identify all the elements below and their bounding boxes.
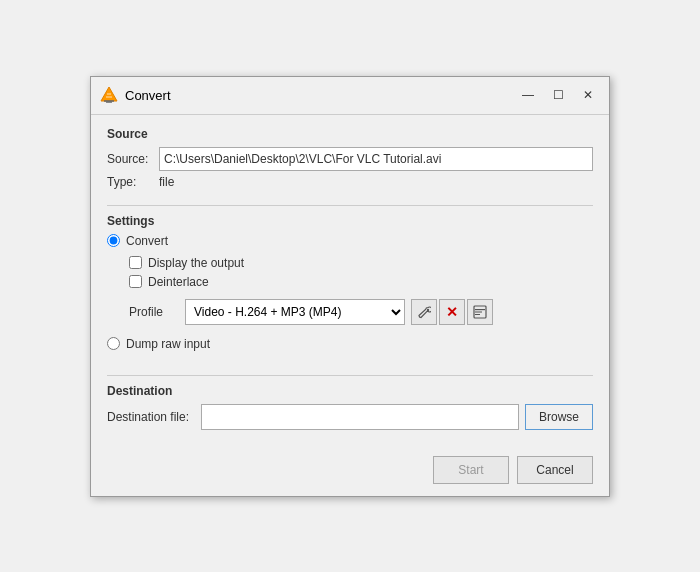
cancel-button[interactable]: Cancel <box>517 456 593 484</box>
dest-file-label: Destination file: <box>107 410 195 424</box>
title-bar: Convert — ☐ ✕ <box>91 77 609 115</box>
display-output-row: Display the output <box>129 256 593 270</box>
deinterlace-row: Deinterlace <box>129 275 593 289</box>
svg-rect-8 <box>475 311 482 312</box>
destination-row: Destination file: Browse <box>107 404 593 430</box>
settings-section-label: Settings <box>107 214 593 228</box>
destination-file-input[interactable] <box>201 404 519 430</box>
divider-1 <box>107 205 593 206</box>
svg-point-5 <box>427 308 429 310</box>
display-output-label[interactable]: Display the output <box>148 256 244 270</box>
delete-x-icon: ✕ <box>446 304 458 320</box>
source-row: Source: <box>107 147 593 171</box>
minimize-button[interactable]: — <box>515 84 541 106</box>
source-input[interactable] <box>159 147 593 171</box>
dump-radio-label[interactable]: Dump raw input <box>126 337 210 351</box>
profile-select[interactable]: Video - H.264 + MP3 (MP4) Video - H.265 … <box>185 299 405 325</box>
profile-row: Profile Video - H.264 + MP3 (MP4) Video … <box>129 299 593 325</box>
dump-radio[interactable] <box>107 337 120 350</box>
type-label: Type: <box>107 175 159 189</box>
convert-radio-row: Convert <box>107 234 593 248</box>
wrench-icon <box>417 305 431 319</box>
profile-label: Profile <box>129 305 179 319</box>
window-title: Convert <box>125 88 171 103</box>
source-label: Source: <box>107 152 159 166</box>
dump-radio-row: Dump raw input <box>107 337 593 351</box>
vlc-cone-icon <box>99 85 119 105</box>
footer-buttons: Start Cancel <box>91 456 609 496</box>
title-bar-left: Convert <box>99 85 171 105</box>
checkboxes-area: Display the output Deinterlace <box>129 256 593 289</box>
source-section-label: Source <box>107 127 593 141</box>
profile-settings-button[interactable] <box>411 299 437 325</box>
destination-section-label: Destination <box>107 384 593 398</box>
svg-rect-9 <box>475 314 480 315</box>
close-button[interactable]: ✕ <box>575 84 601 106</box>
display-output-checkbox[interactable] <box>129 256 142 269</box>
start-button[interactable]: Start <box>433 456 509 484</box>
convert-dialog: Convert — ☐ ✕ Source Source: Type: file … <box>90 76 610 497</box>
svg-rect-7 <box>475 309 485 310</box>
destination-section: Destination Destination file: Browse <box>107 384 593 430</box>
divider-2 <box>107 375 593 376</box>
maximize-button[interactable]: ☐ <box>545 84 571 106</box>
deinterlace-checkbox[interactable] <box>129 275 142 288</box>
title-bar-controls: — ☐ ✕ <box>515 84 601 106</box>
new-profile-icon <box>473 305 487 319</box>
profile-buttons: ✕ <box>411 299 493 325</box>
type-value: file <box>159 175 174 189</box>
type-row: Type: file <box>107 175 593 189</box>
dialog-content: Source Source: Type: file Settings Conve… <box>91 115 609 456</box>
convert-radio-label[interactable]: Convert <box>126 234 168 248</box>
settings-section: Settings Convert Display the output Dein… <box>107 214 593 359</box>
profile-delete-button[interactable]: ✕ <box>439 299 465 325</box>
profile-new-button[interactable] <box>467 299 493 325</box>
browse-button[interactable]: Browse <box>525 404 593 430</box>
deinterlace-label[interactable]: Deinterlace <box>148 275 209 289</box>
convert-radio[interactable] <box>107 234 120 247</box>
source-section: Source Source: Type: file <box>107 127 593 189</box>
